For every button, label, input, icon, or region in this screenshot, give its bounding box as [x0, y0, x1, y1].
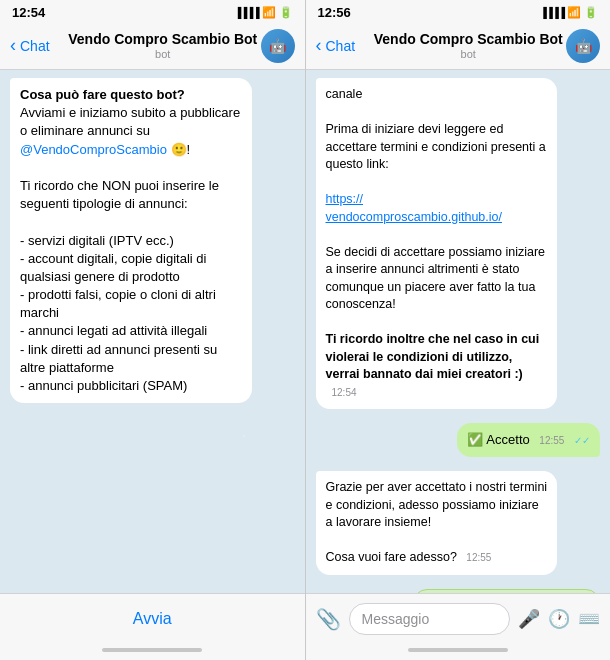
- message-bot-grazie: Grazie per aver accettato i nostri termi…: [316, 471, 558, 575]
- status-bar-2: 12:56 ▐▐▐▐ 📶 🔋: [306, 0, 611, 22]
- keyboard-icon[interactable]: ⌨️: [578, 608, 600, 630]
- back-button-1[interactable]: ‹ Chat: [10, 35, 65, 56]
- home-indicator-2: [306, 643, 611, 660]
- screen1: 12:54 ▐▐▐▐ 📶 🔋 ‹ Chat Vendo Compro Scamb…: [0, 0, 305, 660]
- nav-subtitle-2: bot: [461, 48, 476, 60]
- nav-subtitle-1: bot: [155, 48, 170, 60]
- status-icons-1: ▐▐▐▐ 📶 🔋: [234, 6, 292, 19]
- screen2: 12:56 ▐▐▐▐ 📶 🔋 ‹ Chat Vendo Compro Scamb…: [306, 0, 611, 660]
- input-placeholder: Messaggio: [362, 611, 430, 627]
- avatar-1[interactable]: 🤖: [261, 29, 295, 63]
- chat-area-1: Cosa può fare questo bot? Avviami e iniz…: [0, 70, 305, 593]
- nav-bar-1: ‹ Chat Vendo Compro Scambio Bot bot 🤖: [0, 22, 305, 70]
- chevron-left-icon-1: ‹: [10, 35, 16, 56]
- message-input[interactable]: Messaggio: [349, 603, 511, 635]
- message-bot-1: Cosa può fare questo bot? Avviami e iniz…: [10, 78, 252, 403]
- chevron-left-icon-2: ‹: [316, 35, 322, 56]
- battery-icon-1: 🔋: [279, 6, 293, 19]
- nav-title-area-2: Vendo Compro Scambio Bot bot: [371, 31, 567, 60]
- status-bar-1: 12:54 ▐▐▐▐ 📶 🔋: [0, 0, 305, 22]
- status-time-2: 12:56: [318, 5, 351, 20]
- wifi-icon-1: 📶: [262, 6, 276, 19]
- grazie-text: Grazie per aver accettato i nostri termi…: [326, 480, 548, 564]
- accetto-text: ✅ Accetto: [467, 432, 529, 447]
- input-bar-1: Avvia: [0, 593, 305, 643]
- status-time-1: 12:54: [12, 5, 45, 20]
- msg-time-accetto: 12:55: [539, 435, 568, 446]
- msg-bold-1: Cosa può fare questo bot?: [20, 87, 185, 102]
- nav-title-1: Vendo Compro Scambio Bot: [68, 31, 257, 48]
- avvia-button[interactable]: Avvia: [10, 610, 295, 628]
- wifi-icon-2: 📶: [567, 6, 581, 19]
- battery-icon-2: 🔋: [584, 6, 598, 19]
- checkmarks-accetto: ✓✓: [574, 435, 590, 446]
- back-button-2[interactable]: ‹ Chat: [316, 35, 371, 56]
- back-label-2: Chat: [326, 38, 356, 54]
- msg-bot-2a-text: canalePrima di iniziare devi leggere ed …: [326, 87, 546, 381]
- avatar-2[interactable]: 🤖: [566, 29, 600, 63]
- nav-title-area-1: Vendo Compro Scambio Bot bot: [65, 31, 261, 60]
- status-icons-2: ▐▐▐▐ 📶 🔋: [540, 6, 598, 19]
- link-text[interactable]: https://vendocomproscambio.github.io/: [326, 192, 503, 224]
- message-user-accetto: ✅ Accetto 12:55 ✓✓: [457, 423, 600, 457]
- msg-time-2a: 12:54: [332, 387, 361, 398]
- signal-icon-1: ▐▐▐▐: [234, 7, 258, 18]
- nav-title-2: Vendo Compro Scambio Bot: [374, 31, 563, 48]
- message-bot-2a: canalePrima di iniziare devi leggere ed …: [316, 78, 558, 409]
- home-indicator-1: [0, 643, 305, 660]
- attachment-icon[interactable]: 📎: [316, 607, 341, 631]
- chat-area-2: canalePrima di iniziare devi leggere ed …: [306, 70, 611, 593]
- voice-icon[interactable]: 🎤: [518, 608, 540, 630]
- nav-bar-2: ‹ Chat Vendo Compro Scambio Bot bot 🤖: [306, 22, 611, 70]
- message-user-inserisci: Inserisci Annuncio 12:55 ✓✓: [413, 589, 600, 593]
- sticker-icon[interactable]: 🕐: [548, 608, 570, 630]
- msg-body-1: Avviami e iniziamo subito a pubblicare o…: [20, 105, 240, 393]
- home-bar-1: [102, 648, 202, 652]
- msg-time-grazie: 12:55: [466, 552, 495, 563]
- back-label-1: Chat: [20, 38, 50, 54]
- home-bar-2: [408, 648, 508, 652]
- signal-icon-2: ▐▐▐▐: [540, 7, 564, 18]
- input-bar-2: 📎 Messaggio 🎤 🕐 ⌨️: [306, 593, 611, 643]
